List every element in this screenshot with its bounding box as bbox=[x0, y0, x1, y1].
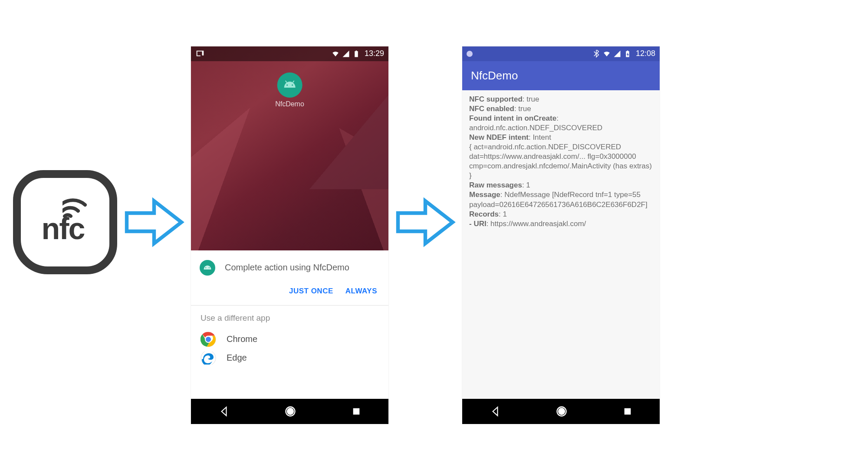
arrow-right-icon bbox=[124, 192, 184, 253]
svg-point-1 bbox=[292, 84, 293, 85]
android-icon bbox=[200, 260, 215, 276]
bluetooth-icon bbox=[592, 50, 600, 58]
intent-chooser-sheet: Complete action using NfcDemo JUST ONCE … bbox=[191, 250, 388, 365]
status-time: 13:29 bbox=[365, 49, 384, 58]
alt-app-label: Edge bbox=[227, 353, 247, 363]
use-different-app-label: Use a different app bbox=[191, 306, 388, 327]
log-value: : bbox=[556, 114, 559, 122]
log-label: Records bbox=[469, 210, 499, 218]
svg-line-2 bbox=[286, 81, 287, 82]
status-time: 12:08 bbox=[636, 49, 655, 58]
log-output: NFC supported: true NFC enabled: true Fo… bbox=[462, 90, 660, 399]
chrome-icon bbox=[201, 332, 216, 347]
alt-app-edge[interactable]: Edge bbox=[191, 352, 388, 365]
phone-intent-chooser: 13:29 NfcDemo Complete act bbox=[191, 46, 388, 424]
app-bar-title: NfcDemo bbox=[462, 61, 660, 90]
log-value: : https://www.andreasjakl.com/ bbox=[487, 220, 586, 228]
svg-point-5 bbox=[209, 267, 210, 268]
always-button[interactable]: ALWAYS bbox=[345, 287, 377, 296]
log-value: : true bbox=[523, 95, 539, 103]
signal-icon bbox=[342, 50, 350, 58]
app-shortcut-nfcdemo[interactable]: NfcDemo bbox=[275, 72, 304, 108]
svg-point-14 bbox=[559, 408, 565, 414]
nfc-waves-icon bbox=[62, 194, 93, 220]
app-shortcut-label: NfcDemo bbox=[275, 100, 304, 108]
svg-point-11 bbox=[287, 408, 293, 414]
log-value: : Intent bbox=[529, 133, 551, 141]
svg-line-3 bbox=[293, 81, 294, 82]
chooser-title: Complete action using NfcDemo bbox=[225, 263, 349, 273]
svg-point-4 bbox=[205, 267, 206, 268]
log-label: Message bbox=[469, 191, 500, 199]
log-label: - URI bbox=[469, 220, 487, 228]
nav-recents-icon[interactable] bbox=[352, 407, 361, 416]
nav-bar bbox=[462, 399, 660, 424]
battery-icon bbox=[352, 50, 360, 58]
signal-icon bbox=[613, 50, 621, 58]
nfc-logo: nfc bbox=[13, 170, 117, 274]
svg-rect-15 bbox=[624, 408, 631, 414]
log-value: : 1 bbox=[499, 210, 507, 218]
nav-home-icon[interactable] bbox=[556, 405, 568, 417]
log-label: NFC enabled bbox=[469, 105, 514, 113]
cast-icon bbox=[195, 49, 205, 59]
nav-back-icon[interactable] bbox=[218, 406, 230, 417]
status-bar: 13:29 bbox=[191, 46, 388, 61]
alt-app-chrome[interactable]: Chrome bbox=[191, 327, 388, 352]
log-value: : 1 bbox=[522, 181, 530, 189]
status-bar: 12:08 bbox=[462, 46, 660, 61]
nav-recents-icon[interactable] bbox=[623, 407, 632, 416]
wifi-icon bbox=[603, 50, 611, 58]
wifi-icon bbox=[332, 50, 339, 58]
alt-app-label: Chrome bbox=[227, 334, 257, 344]
arrow-right-icon bbox=[395, 192, 456, 253]
status-dot-icon bbox=[467, 51, 473, 57]
edge-icon bbox=[201, 352, 216, 365]
log-label: Found intent in onCreate bbox=[469, 114, 556, 122]
log-label: Raw messages bbox=[469, 181, 522, 189]
log-value: : true bbox=[514, 105, 531, 113]
svg-rect-12 bbox=[353, 408, 359, 414]
nav-bar bbox=[191, 399, 388, 424]
nav-back-icon[interactable] bbox=[490, 406, 501, 417]
android-icon bbox=[283, 80, 297, 90]
log-value: android.nfc.action.NDEF_DISCOVERED bbox=[469, 123, 653, 133]
log-label: New NDEF intent bbox=[469, 133, 529, 141]
just-once-button[interactable]: JUST ONCE bbox=[289, 287, 333, 296]
battery-charging-icon bbox=[624, 50, 631, 58]
phone-nfcdemo-app: 12:08 NfcDemo NFC supported: true NFC en… bbox=[462, 46, 660, 424]
home-wallpaper: NfcDemo bbox=[191, 46, 388, 250]
log-value: { act=android.nfc.action.NDEF_DISCOVERED… bbox=[469, 142, 653, 181]
log-label: NFC supported bbox=[469, 95, 523, 103]
nav-home-icon[interactable] bbox=[284, 405, 296, 417]
svg-point-0 bbox=[286, 84, 288, 85]
